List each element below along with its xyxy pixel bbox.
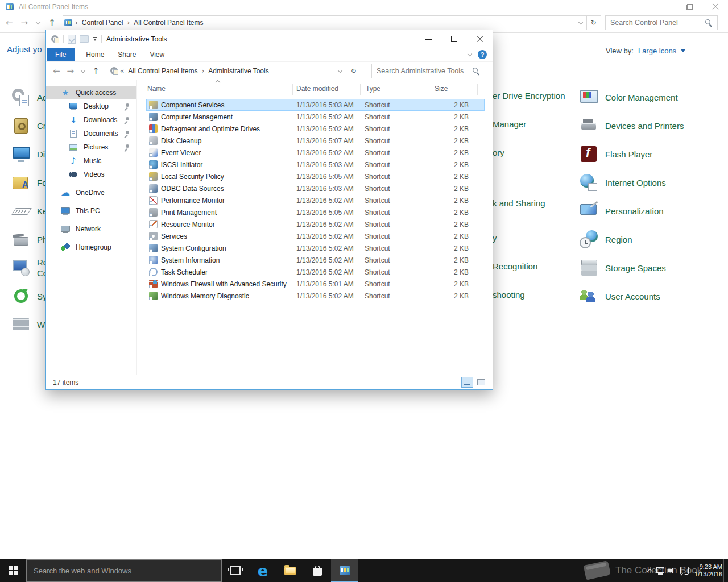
search-icon[interactable] <box>472 67 480 75</box>
control-panel-item-label-fragment[interactable]: Recognition <box>493 261 537 271</box>
tab-share[interactable]: Share <box>111 48 143 61</box>
large-icons-view-button[interactable] <box>475 377 487 388</box>
address-dropdown-icon[interactable] <box>578 20 583 25</box>
explorer-search[interactable]: Search Administrative Tools <box>371 64 485 78</box>
tab-home[interactable]: Home <box>79 48 111 61</box>
nav-item[interactable]: Network <box>46 222 136 236</box>
view-by-dropdown-icon[interactable] <box>681 49 686 53</box>
restore-button[interactable] <box>677 0 702 14</box>
control-panel-search[interactable]: Search Control Panel <box>605 15 718 30</box>
nav-item[interactable]: Homegroup <box>46 240 136 254</box>
control-panel-item[interactable]: Color Management <box>579 83 721 111</box>
back-arrow-icon[interactable]: ← <box>6 18 13 28</box>
nav-item[interactable]: This PC <box>46 204 136 218</box>
close-button[interactable] <box>467 30 493 48</box>
help-icon[interactable]: ? <box>478 50 487 59</box>
file-row[interactable]: Defragment and Optimize Drives 1/13/2016… <box>146 123 485 135</box>
maximize-button[interactable] <box>441 30 467 48</box>
close-button[interactable] <box>702 0 728 14</box>
details-view-button[interactable] <box>461 377 473 388</box>
control-panel-item[interactable]: Flash Player <box>579 140 721 168</box>
recent-locations-icon[interactable] <box>36 20 40 25</box>
file-row[interactable]: Local Security Policy 1/13/2016 5:05 AM … <box>146 171 485 182</box>
control-panel-item-label-fragment[interactable]: ory <box>493 148 504 157</box>
file-row[interactable]: Component Services 1/13/2016 5:03 AM Sho… <box>146 99 485 111</box>
nav-item[interactable]: OneDrive <box>46 186 136 199</box>
address-bar[interactable]: « All Control Panel Items › Administrati… <box>110 64 346 78</box>
properties-icon[interactable] <box>68 35 76 44</box>
column-header-date[interactable]: Date modified <box>296 85 338 93</box>
search-icon[interactable] <box>705 19 713 27</box>
minimize-button[interactable] <box>651 0 677 14</box>
breadcrumb-all-control-panel-items[interactable]: All Control Panel Items <box>128 67 197 75</box>
file-row[interactable]: Event Viewer 1/13/2016 5:02 AM Shortcut … <box>146 147 485 159</box>
file-row[interactable]: Print Management 1/13/2016 5:05 AM Short… <box>146 206 485 218</box>
file-row[interactable]: System Information 1/13/2016 5:02 AM Sho… <box>146 254 485 266</box>
file-row[interactable]: Computer Management 1/13/2016 5:02 AM Sh… <box>146 111 485 123</box>
nav-item[interactable]: Videos <box>46 168 136 181</box>
file-row[interactable]: Performance Monitor 1/13/2016 5:02 AM Sh… <box>146 194 485 206</box>
nav-item[interactable]: Downloads <box>46 113 136 127</box>
control-panel-item-label-fragment[interactable]: shooting <box>493 290 525 300</box>
show-desktop-button[interactable] <box>723 559 728 582</box>
breadcrumb-administrative-tools[interactable]: Administrative Tools <box>208 67 269 75</box>
taskbar-clock[interactable]: 9:23 AM 1/13/2016 <box>693 563 722 578</box>
new-folder-icon[interactable] <box>80 35 89 43</box>
breadcrumb-control-panel[interactable]: Control Panel <box>82 19 123 27</box>
show-hidden-icons-icon[interactable] <box>647 568 652 573</box>
column-divider[interactable] <box>477 84 478 95</box>
file-row[interactable]: iSCSI Initiator 1/13/2016 5:03 AM Shortc… <box>146 159 485 171</box>
address-dropdown-icon[interactable] <box>338 69 342 73</box>
nav-item[interactable]: Quick access <box>46 86 136 99</box>
file-row[interactable]: Services 1/13/2016 5:02 AM Shortcut 2 KB <box>146 230 485 242</box>
control-panel-item[interactable]: Internet Options <box>579 168 721 197</box>
file-row[interactable]: Windows Memory Diagnostic 1/13/2016 5:02… <box>146 290 485 302</box>
control-panel-item[interactable]: User Accounts <box>579 282 721 310</box>
tab-file[interactable]: File <box>47 48 75 61</box>
nav-item[interactable]: Pictures <box>46 140 136 154</box>
minimize-button[interactable] <box>416 30 441 48</box>
column-divider[interactable] <box>360 84 361 95</box>
column-divider[interactable] <box>292 84 293 95</box>
control-panel-item-label-fragment[interactable]: Manager <box>493 119 526 129</box>
nav-item[interactable]: Desktop <box>46 99 136 113</box>
file-row[interactable]: Task Scheduler 1/13/2016 5:02 AM Shortcu… <box>146 266 485 278</box>
file-row[interactable]: Resource Monitor 1/13/2016 5:02 AM Short… <box>146 218 485 230</box>
control-panel-item-label-fragment[interactable]: k and Sharing <box>493 198 545 208</box>
control-panel-taskbar-button[interactable] <box>331 559 358 582</box>
column-divider[interactable] <box>429 84 429 95</box>
action-center-icon[interactable] <box>680 567 689 575</box>
view-by-value[interactable]: Large icons <box>638 47 676 55</box>
control-panel-item[interactable]: Storage Spaces <box>579 253 721 282</box>
control-panel-item-label-fragment[interactable]: er Drive Encryption <box>493 91 565 101</box>
column-header-type[interactable]: Type <box>366 85 380 93</box>
nav-item[interactable]: Music <box>46 154 136 168</box>
up-arrow-icon[interactable]: ↑ <box>92 66 100 76</box>
volume-icon[interactable] <box>668 567 676 574</box>
network-icon[interactable] <box>656 567 664 574</box>
expand-ribbon-icon[interactable] <box>468 52 472 57</box>
file-row[interactable]: Disk Cleanup 1/13/2016 5:07 AM Shortcut … <box>146 135 485 147</box>
up-arrow-icon[interactable]: ↑ <box>48 18 56 28</box>
refresh-button[interactable]: ↻ <box>346 64 361 78</box>
column-header-size[interactable]: Size <box>435 85 448 93</box>
taskbar-search[interactable]: Search the web and Windows <box>26 559 222 582</box>
breadcrumb-all-items[interactable]: All Control Panel Items <box>134 19 203 27</box>
file-explorer-button[interactable] <box>276 559 304 582</box>
file-row[interactable]: System Configuration 1/13/2016 5:02 AM S… <box>146 242 485 254</box>
forward-arrow-icon[interactable]: → <box>21 18 28 28</box>
control-panel-item[interactable]: Region <box>579 225 721 253</box>
refresh-button[interactable]: ↻ <box>586 15 601 30</box>
forward-arrow-icon[interactable]: → <box>67 66 75 76</box>
back-arrow-icon[interactable]: ← <box>53 66 60 76</box>
edge-button[interactable]: e <box>249 559 276 582</box>
column-header-name[interactable]: Name <box>147 85 166 93</box>
store-button[interactable] <box>304 559 331 582</box>
control-panel-item[interactable]: Devices and Printers <box>579 111 721 140</box>
file-row[interactable]: ODBC Data Sources 1/13/2016 5:03 AM Shor… <box>146 182 485 194</box>
control-panel-item[interactable]: Personalization <box>579 197 721 225</box>
file-row[interactable]: Windows Firewall with Advanced Security … <box>146 278 485 290</box>
address-bar[interactable]: › Control Panel › All Control Panel Item… <box>63 15 587 30</box>
nav-item[interactable]: Documents <box>46 127 136 140</box>
customize-toolbar-icon[interactable] <box>93 37 97 41</box>
